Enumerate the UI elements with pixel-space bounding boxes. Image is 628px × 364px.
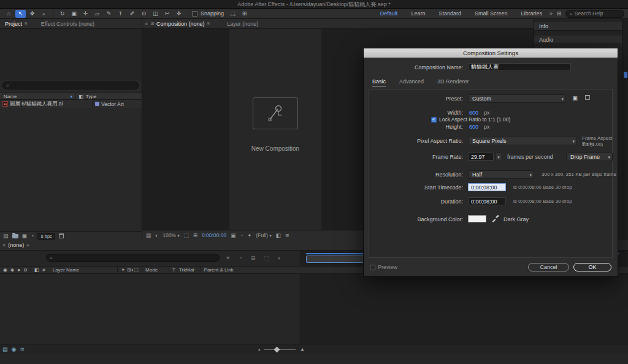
workspace-standard[interactable]: Standard — [432, 10, 467, 17]
current-time-display[interactable]: 0:00:00:00 — [202, 232, 226, 238]
save-preset-icon[interactable]: ▣ — [571, 94, 579, 102]
column-mode[interactable]: Mode — [145, 267, 158, 273]
composition-name-input[interactable] — [468, 63, 571, 71]
workspace-default[interactable]: Default — [374, 10, 404, 17]
close-icon[interactable]: × — [145, 21, 148, 27]
resolution-select[interactable]: (Full) ▾ — [256, 232, 271, 238]
lock-column-icon[interactable]: ⊘ — [23, 267, 28, 273]
delete-preset-icon[interactable] — [583, 94, 591, 102]
hand-tool-icon[interactable]: ✥ — [27, 10, 37, 18]
solo-column-icon[interactable]: ● — [17, 267, 20, 273]
tab-basic[interactable]: Basic — [372, 78, 386, 86]
always-preview-icon[interactable]: ▤ — [146, 232, 151, 238]
new-composition-button[interactable] — [253, 97, 298, 129]
column-t[interactable]: T — [172, 267, 175, 273]
pan-behind-tool-icon[interactable]: ✛ — [80, 10, 91, 18]
time-navigator[interactable] — [306, 256, 365, 263]
audio-column-icon[interactable]: ◈ — [10, 267, 14, 273]
scrollbar-thumb[interactable] — [624, 72, 627, 78]
project-settings-icon[interactable]: ◔ — [31, 233, 34, 239]
height-value[interactable]: 600 — [469, 124, 478, 130]
column-type[interactable]: Type — [86, 94, 96, 99]
expand-layer-switches-icon[interactable]: ▤ — [2, 346, 8, 352]
panel-scrollbar[interactable] — [622, 19, 628, 240]
expand-transfer-icon[interactable]: ◉ — [12, 346, 17, 352]
label-column-icon[interactable]: ◧ — [34, 267, 39, 273]
panel-menu-icon[interactable]: ≡ — [25, 21, 28, 26]
orbit-tool-icon[interactable]: ↻ — [57, 10, 67, 18]
tab-project[interactable]: Project — [5, 21, 22, 27]
show-snapshot-icon[interactable]: ◔ — [240, 232, 243, 238]
resolution-select[interactable]: Half ▾ — [468, 170, 534, 179]
timeline-search-input[interactable]: ⌕ — [46, 254, 220, 262]
lock-aspect-checkbox[interactable] — [431, 117, 437, 123]
tab-layer[interactable]: Layer (none) — [227, 21, 258, 27]
switches-icon-fx[interactable]: ⊞ — [127, 267, 131, 273]
panel-menu-icon[interactable]: ≡ — [207, 21, 210, 26]
selection-tool-icon[interactable]: ↖ — [15, 10, 26, 18]
workspace-overflow-icon[interactable]: » — [550, 10, 553, 17]
expand-inout-icon[interactable]: ≋ — [20, 346, 25, 352]
duration-input[interactable] — [468, 197, 506, 205]
new-composition-icon[interactable]: ▣ — [22, 233, 28, 239]
new-folder-icon[interactable] — [12, 234, 18, 238]
column-name[interactable]: Name — [0, 94, 17, 99]
delete-item-icon[interactable] — [59, 233, 64, 238]
workspace-learn[interactable]: Learn — [405, 10, 431, 17]
column-divider[interactable] — [75, 93, 76, 99]
snap-grid-icon[interactable]: ⊞ — [239, 10, 250, 18]
column-trkmat[interactable]: TrkMat — [179, 267, 194, 273]
frame-rate-input[interactable] — [468, 153, 494, 161]
drop-frame-select[interactable]: Drop Frame ▾ — [566, 153, 613, 161]
video-column-icon[interactable]: ◉ — [3, 267, 7, 273]
zoom-in-icon[interactable]: ▲ — [299, 346, 305, 352]
eyedropper-icon[interactable] — [491, 214, 500, 222]
color-depth-badge[interactable]: 8 bpc — [37, 233, 55, 240]
pen-tool-icon[interactable]: ✎ — [104, 10, 114, 18]
workspace-manager-icon[interactable]: ⊞ — [554, 10, 564, 18]
clone-stamp-tool-icon[interactable]: ⊙ — [139, 10, 149, 18]
dialog-titlebar[interactable]: Composition Settings — [364, 48, 618, 58]
start-timecode-input[interactable] — [468, 183, 506, 191]
panel-menu-icon[interactable]: ≡ — [26, 243, 29, 248]
tab-3d-renderer[interactable]: 3D Renderer — [437, 78, 469, 86]
snapshot-icon[interactable]: ▣ — [231, 232, 236, 238]
cancel-button[interactable]: Cancel — [528, 263, 569, 271]
toggle-mask-icon[interactable]: ⊞ — [193, 232, 197, 238]
zoom-level[interactable]: 100% ▾ — [163, 232, 180, 238]
zoom-out-icon[interactable]: ▴ — [258, 347, 261, 352]
switches-icons[interactable]: ✦ — [121, 267, 127, 273]
interpret-footage-icon[interactable]: ▤ — [3, 233, 9, 239]
workspace-small-screen[interactable]: Small Screen — [469, 10, 514, 17]
hide-shy-layers-icon[interactable]: ⊞ — [251, 255, 256, 261]
frame-blending-icon[interactable]: ⬚ — [264, 255, 270, 261]
column-layer-name[interactable]: Layer Name — [53, 267, 80, 273]
puppet-pin-tool-icon[interactable]: ✜ — [174, 10, 184, 18]
home-icon[interactable]: ⌂ — [4, 10, 14, 18]
eraser-tool-icon[interactable]: ◫ — [150, 10, 161, 18]
roto-brush-tool-icon[interactable]: ✂ — [162, 10, 172, 18]
close-icon[interactable]: × — [2, 242, 6, 248]
preview-checkbox[interactable] — [370, 265, 375, 270]
tab-advanced[interactable]: Advanced — [399, 78, 424, 86]
shape-tool-icon[interactable]: ▱ — [92, 10, 102, 18]
magnification-icon[interactable]: ◐ — [155, 232, 158, 238]
panel-lock-icon[interactable]: ⊘ — [150, 21, 155, 26]
label-swatch[interactable] — [95, 102, 99, 106]
transparency-grid-icon[interactable]: ≋ — [285, 232, 289, 238]
tab-timeline-none[interactable]: (none) — [8, 242, 24, 248]
show-channel-icon[interactable]: ✦ — [247, 232, 251, 238]
tab-effect-controls[interactable]: Effect Controls (none) — [41, 21, 94, 27]
audio-panel-header[interactable]: Audio — [534, 36, 622, 44]
label-column-icon[interactable]: ◧ — [78, 94, 83, 99]
timeline-zoom-slider[interactable] — [264, 349, 296, 350]
zoom-slider-handle[interactable] — [274, 346, 280, 352]
width-value[interactable]: 600 — [469, 110, 478, 116]
frame-rate-dropdown-icon[interactable]: ▾ — [495, 153, 502, 161]
pixel-aspect-ratio-select[interactable]: Square Pixels ▾ — [468, 137, 577, 145]
composition-mini-flowchart-icon[interactable]: ✦ — [226, 255, 231, 261]
project-row[interactable]: Ai圖層 6/貓貓鐵人賽用.ai Vector Art — [0, 100, 142, 108]
zoom-tool-icon[interactable]: ⌕ — [39, 10, 49, 18]
switches-icon-3d[interactable]: ⬚ — [134, 267, 139, 273]
project-search-input[interactable]: ⌕ — [2, 82, 139, 89]
